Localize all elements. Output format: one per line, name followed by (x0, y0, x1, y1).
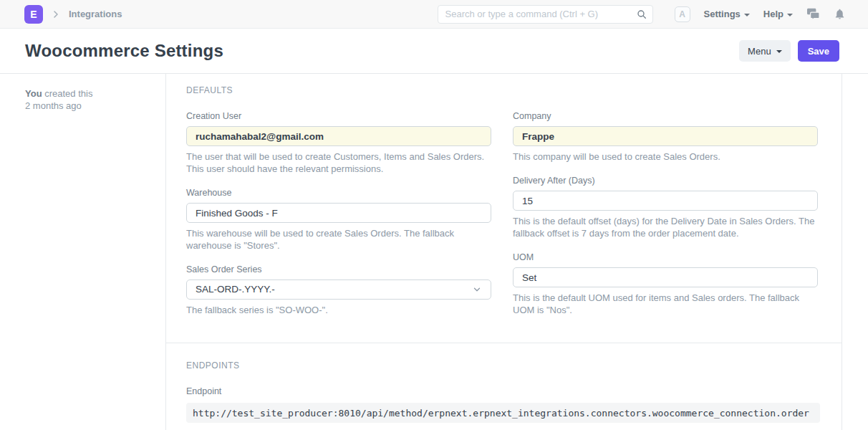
field-uom: UOM This is the default UOM used for ite… (513, 252, 818, 316)
chevron-down-icon (744, 14, 750, 16)
content-layout: You created this 2 months ago DEFAULTS C… (0, 74, 868, 430)
endpoint-label: Endpoint (186, 386, 818, 397)
navbar-left: E Integrations (24, 5, 122, 24)
field-warehouse: Warehouse This warehouse will be used to… (186, 188, 491, 252)
sales-order-series-select[interactable]: SAL-ORD-.YYYY.- (186, 280, 491, 300)
defaults-right-column: Company This company will be used to cre… (513, 111, 818, 329)
settings-menu[interactable]: Settings (704, 9, 750, 19)
menu-button-label: Menu (748, 46, 771, 57)
uom-input[interactable] (513, 267, 818, 287)
chevron-down-icon (776, 50, 782, 53)
created-ago: 2 months ago (25, 100, 151, 112)
settings-label: Settings (704, 9, 741, 19)
section-defaults: DEFAULTS Creation User The user that wil… (166, 74, 842, 329)
delivery-after-days-label: Delivery After (Days) (513, 176, 818, 186)
creation-user-input[interactable] (186, 126, 491, 146)
bell-icon[interactable] (834, 8, 846, 20)
field-creation-user: Creation User The user that will be used… (186, 111, 491, 175)
navbar-right: A Settings Help (675, 6, 846, 22)
avatar[interactable]: A (675, 6, 690, 22)
field-delivery-after-days: Delivery After (Days) This is the defaul… (513, 176, 818, 239)
search-input[interactable] (438, 5, 653, 24)
page-header: Woocommerce Settings Menu Save (0, 29, 868, 74)
section-title-defaults: DEFAULTS (186, 85, 818, 95)
warehouse-label: Warehouse (186, 188, 491, 199)
chevron-right-icon (50, 9, 62, 20)
chevron-down-icon (472, 285, 482, 295)
page-title: Woocommerce Settings (25, 41, 223, 61)
search-icon[interactable] (636, 9, 647, 23)
created-by-user: You (25, 88, 42, 99)
creation-user-label: Creation User (186, 111, 491, 122)
section-endpoints: ENDPOINTS Endpoint http://test_site_prod… (166, 343, 842, 423)
uom-description: This is the default UOM used for items a… (513, 292, 818, 316)
form-body: DEFAULTS Creation User The user that wil… (166, 74, 842, 430)
save-button[interactable]: Save (798, 40, 839, 62)
warehouse-input[interactable] (186, 203, 491, 223)
help-label: Help (763, 9, 783, 19)
defaults-left-column: Creation User The user that will be used… (186, 111, 491, 329)
uom-label: UOM (513, 252, 818, 263)
menu-button[interactable]: Menu (739, 40, 791, 62)
delivery-after-days-description: This is the default offset (days) for th… (513, 215, 818, 239)
sales-order-series-label: Sales Order Series (186, 264, 491, 275)
endpoint-value: http://test_site_producer:8010/api/metho… (186, 403, 820, 423)
created-by-text: created this (42, 88, 93, 99)
field-company: Company This company will be used to cre… (513, 111, 818, 163)
sales-order-series-value: SAL-ORD-.YYYY.- (196, 280, 275, 299)
company-input[interactable] (513, 126, 818, 146)
chat-icon[interactable] (806, 8, 820, 20)
delivery-after-days-input[interactable] (513, 191, 818, 211)
chevron-down-icon (787, 14, 793, 16)
help-menu[interactable]: Help (763, 9, 793, 19)
warehouse-description: This warehouse will be used to create Sa… (186, 227, 491, 252)
defaults-columns: Creation User The user that will be used… (186, 111, 818, 329)
breadcrumb-integrations[interactable]: Integrations (69, 9, 122, 19)
sales-order-series-description: The fallback series is "SO-WOO-". (186, 304, 491, 316)
erpnext-logo[interactable]: E (24, 5, 43, 24)
company-description: This company will be used to create Sale… (513, 150, 818, 163)
field-sales-order-series: Sales Order Series SAL-ORD-.YYYY.- The f… (186, 264, 491, 316)
company-label: Company (513, 111, 818, 122)
section-title-endpoints: ENDPOINTS (186, 360, 818, 371)
creation-user-description: The user that will be used to create Cus… (186, 150, 491, 175)
global-search (438, 5, 653, 24)
top-navbar: E Integrations A Settings Help (0, 0, 868, 29)
created-by-line: You created this (25, 87, 151, 100)
page-actions: Menu Save (739, 40, 839, 62)
form-sidebar: You created this 2 months ago (0, 74, 166, 430)
